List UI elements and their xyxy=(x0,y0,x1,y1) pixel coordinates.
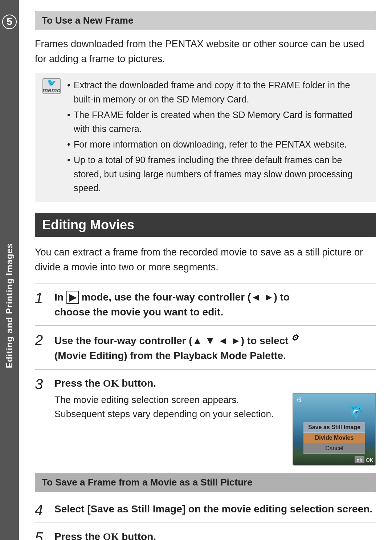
editing-movies-title: Editing Movies xyxy=(35,213,376,237)
camera-ok-bar: ok OK xyxy=(355,456,373,463)
memo-bird-icon: 🐦 xyxy=(47,78,56,87)
main-content: To Use a New Frame Frames downloaded fro… xyxy=(19,0,392,540)
memo-icon: 🐦 memo xyxy=(42,78,61,94)
camera-screen-image: ⚙ 🐬 Save as Still Image Divide Movies Ca… xyxy=(293,393,376,466)
camera-screen: ⚙ 🐬 Save as Still Image Divide Movies Ca… xyxy=(293,394,375,465)
camera-menu: Save as Still Image Divide Movies Cancel xyxy=(303,422,365,454)
menu-item-cancel: Cancel xyxy=(303,443,365,454)
step-2-number: 2 xyxy=(35,332,49,347)
sidebar-chapter-label: Editing and Printing Images xyxy=(4,243,15,368)
step-4-content: Select [Save as Still Image] on the movi… xyxy=(54,502,376,519)
sidebar: 5 Editing and Printing Images xyxy=(0,0,19,540)
editing-movies-intro: You can extract a frame from the recorde… xyxy=(35,245,376,274)
memo-icon-inner: 🐦 memo xyxy=(42,78,61,94)
page-wrapper: 5 Editing and Printing Images To Use a N… xyxy=(0,0,392,540)
list-item: For more information on downloading, ref… xyxy=(67,137,369,152)
step-3-text: The movie editing selection screen appea… xyxy=(54,393,285,421)
step-3-heading: Press the OK button. xyxy=(54,376,376,391)
step-3-body: The movie editing selection screen appea… xyxy=(54,393,285,421)
list-item: Up to a total of 90 frames including the… xyxy=(67,153,369,195)
step-2: 2 Use the four-way controller (▲ ▼ ◄ ►) … xyxy=(35,325,376,369)
step-1-number: 1 xyxy=(35,290,49,305)
camera-icon-tl: ⚙ xyxy=(296,396,302,404)
step-1-content: In ▶ mode, use the four-way controller (… xyxy=(54,290,376,322)
step-2-content: Use the four-way controller (▲ ▼ ◄ ►) to… xyxy=(54,332,376,366)
step-5-number: 5 xyxy=(35,529,49,540)
list-item: Extract the downloaded frame and copy it… xyxy=(67,78,369,106)
step-1-heading: In ▶ mode, use the four-way controller (… xyxy=(54,290,376,319)
save-frame-header: To Save a Frame from a Movie as a Still … xyxy=(35,473,376,492)
step-2-heading: Use the four-way controller (▲ ▼ ◄ ►) to… xyxy=(54,332,376,363)
ok-label: OK xyxy=(366,457,373,463)
use-new-frame-intro: Frames downloaded from the PENTAX websit… xyxy=(35,37,376,66)
camera-bird-icon: 🐬 xyxy=(348,404,364,420)
step-3-layout: The movie editing selection screen appea… xyxy=(54,393,376,466)
ok-icon: ok xyxy=(355,456,364,463)
step-1: 1 In ▶ mode, use the four-way controller… xyxy=(35,283,376,325)
step-5-heading: Press the OK button. xyxy=(54,529,376,540)
step-4-number: 4 xyxy=(35,502,49,517)
step-4: 4 Select [Save as Still Image] on the mo… xyxy=(35,495,376,523)
memo-list: Extract the downloaded frame and copy it… xyxy=(67,78,369,197)
memo-label: memo xyxy=(42,87,61,94)
step-3-content: Press the OK button. The movie editing s… xyxy=(54,376,376,466)
menu-item-save: Save as Still Image xyxy=(303,422,365,433)
step-5-content: Press the OK button. The screen appears … xyxy=(54,529,376,540)
list-item: The FRAME folder is created when the SD … xyxy=(67,108,369,136)
menu-item-divide: Divide Movies xyxy=(303,433,365,443)
step-4-heading: Select [Save as Still Image] on the movi… xyxy=(54,502,376,517)
memo-box: 🐦 memo Extract the downloaded frame and … xyxy=(35,73,376,202)
sidebar-chapter-number: 5 xyxy=(2,15,17,29)
use-new-frame-header: To Use a New Frame xyxy=(35,11,376,30)
step-5: 5 Press the OK button. The screen appear… xyxy=(35,523,376,540)
step-3: 3 Press the OK button. The movie editing… xyxy=(35,369,376,470)
step-3-number: 3 xyxy=(35,376,49,391)
step-1-to-word: to xyxy=(280,291,290,303)
